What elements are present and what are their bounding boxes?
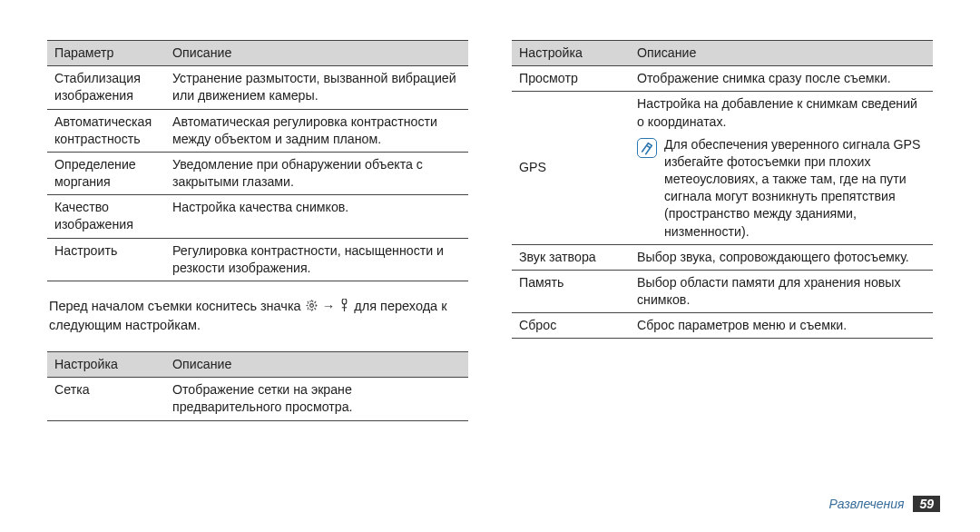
table-row: Настроить Регулировка контрастности, нас… bbox=[47, 238, 468, 281]
gps-note-text: Для обеспечения уверенного сигнала GPS и… bbox=[664, 136, 926, 241]
cell-desc: Сброс параметров меню и съемки. bbox=[630, 313, 933, 339]
cell-param: Определение моргания bbox=[47, 152, 165, 194]
header-setting: Настройка bbox=[512, 41, 630, 66]
right-column: Настройка Описание Просмотр Отображение … bbox=[512, 40, 933, 481]
table-row: Автоматическая контрастность Автоматичес… bbox=[47, 109, 468, 152]
header-desc: Описание bbox=[165, 352, 468, 378]
settings-table-2: Настройка Описание Просмотр Отображение … bbox=[512, 40, 933, 339]
cell-param: Настроить bbox=[47, 238, 165, 281]
table-row: Сетка Отображение сетки на экране предва… bbox=[47, 378, 468, 420]
cell-param: Качество изображения bbox=[47, 195, 165, 238]
table-row: Сброс Сброс параметров меню и съемки. bbox=[512, 313, 933, 339]
note-info-icon bbox=[637, 138, 657, 158]
cell-desc: Устранение размытости, вызванной вибраци… bbox=[165, 66, 468, 109]
cell-desc: Отображение снимка сразу после съемки. bbox=[630, 66, 933, 92]
left-column: Параметр Описание Стабилизация изображен… bbox=[47, 40, 468, 481]
cell-setting: Звук затвора bbox=[512, 244, 630, 270]
arrow-text: → bbox=[322, 299, 339, 313]
table-row-gps: GPS Настройка на добавление к снимкам св… bbox=[512, 92, 933, 244]
footer-page-number: 59 bbox=[913, 496, 940, 512]
cell-setting: Сброс bbox=[512, 313, 630, 339]
settings-table-1: Настройка Описание Сетка Отображение сет… bbox=[47, 351, 468, 421]
instruction-pre: Перед началом съемки коснитесь значка bbox=[49, 299, 305, 313]
page-footer: Развлечения 59 bbox=[0, 488, 980, 532]
svg-point-0 bbox=[309, 304, 313, 308]
cell-desc-gps: Настройка на добавление к снимкам сведен… bbox=[630, 92, 933, 244]
table-row: Качество изображения Настройка качества … bbox=[47, 195, 468, 238]
header-desc: Описание bbox=[630, 41, 933, 66]
table-row: Стабилизация изображения Устранение разм… bbox=[47, 66, 468, 109]
gps-main-text: Настройка на добавление к снимкам сведен… bbox=[637, 95, 926, 130]
page-content: Параметр Описание Стабилизация изображен… bbox=[0, 0, 980, 488]
table-header-row: Настройка Описание bbox=[47, 352, 468, 378]
table-header-row: Настройка Описание bbox=[512, 41, 933, 66]
cell-setting: Просмотр bbox=[512, 66, 630, 92]
svg-point-1 bbox=[308, 301, 316, 310]
cell-desc: Автоматическая регулировка контрастности… bbox=[165, 109, 468, 152]
cell-setting: Сетка bbox=[47, 378, 165, 420]
table-row: Определение моргания Уведомление при обн… bbox=[47, 152, 468, 194]
cell-setting: GPS bbox=[512, 92, 630, 244]
cell-param: Автоматическая контрастность bbox=[47, 109, 165, 152]
settings-gear-icon bbox=[305, 299, 318, 318]
cell-param: Стабилизация изображения bbox=[47, 66, 165, 109]
parameters-table: Параметр Описание Стабилизация изображен… bbox=[47, 40, 468, 281]
settings-tool-icon bbox=[338, 299, 350, 318]
cell-desc: Настройка качества снимков. bbox=[165, 195, 468, 238]
table-header-row: Параметр Описание bbox=[47, 41, 468, 66]
header-setting: Настройка bbox=[47, 352, 165, 378]
instruction-paragraph: Перед началом съемки коснитесь значка → … bbox=[49, 298, 466, 335]
cell-desc: Выбор области памяти для хранения новых … bbox=[630, 270, 933, 312]
cell-desc: Регулировка контрастности, насыщенности … bbox=[165, 238, 468, 281]
header-desc: Описание bbox=[165, 41, 468, 66]
cell-desc: Выбор звука, сопровождающего фотосъемку. bbox=[630, 244, 933, 270]
cell-desc: Уведомление при обнаружении объекта с за… bbox=[165, 152, 468, 194]
table-row: Звук затвора Выбор звука, сопровождающег… bbox=[512, 244, 933, 270]
cell-setting: Память bbox=[512, 270, 630, 312]
gps-note: Для обеспечения уверенного сигнала GPS и… bbox=[637, 136, 926, 241]
cell-desc: Отображение сетки на экране предваритель… bbox=[165, 378, 468, 420]
footer-section: Развлечения bbox=[828, 497, 904, 511]
table-row: Память Выбор области памяти для хранения… bbox=[512, 270, 933, 312]
header-param: Параметр bbox=[47, 41, 165, 66]
table-row: Просмотр Отображение снимка сразу после … bbox=[512, 66, 933, 92]
